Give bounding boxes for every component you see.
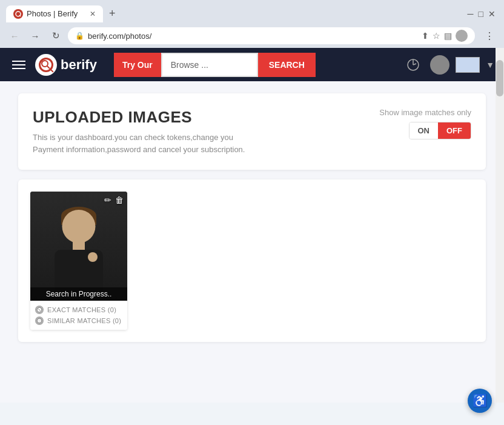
accessibility-icon: ♿ [472, 393, 488, 403]
search-area: Try Our SEARCH [114, 53, 316, 77]
person-image [30, 192, 127, 301]
share-icon[interactable]: ⬆ [422, 31, 429, 41]
person-head [62, 210, 96, 243]
similar-matches-row[interactable]: SIMILAR MATCHES (0) [35, 315, 122, 326]
logo-icon [35, 54, 57, 76]
svg-line-8 [38, 309, 41, 311]
content-area: UPLOADED IMAGES This is your dashboard.y… [0, 81, 504, 403]
scrollbar-track[interactable] [496, 48, 504, 403]
tab-favicon [13, 9, 23, 19]
tab-title: Photos | Berify [27, 9, 78, 18]
exact-match-icon [35, 306, 44, 314]
browse-input[interactable] [161, 53, 258, 77]
svg-line-3 [47, 65, 50, 69]
image-caption: Search in Progress.. [30, 287, 127, 301]
image-overlay-icons: ✏ 🗑 [104, 195, 124, 205]
lock-icon: 🔒 [75, 32, 84, 40]
nav-dashboard-icon[interactable] [402, 54, 424, 76]
image-grid-card: ✏ 🗑 Search in Progress.. [18, 179, 486, 342]
delete-icon[interactable]: 🗑 [115, 195, 124, 205]
toggle-on-btn[interactable]: ON [409, 122, 439, 139]
tab-close-btn[interactable]: ✕ [90, 10, 96, 18]
new-tab-btn[interactable]: + [103, 4, 122, 24]
sidebar-toggle-icon[interactable]: ▤ [444, 31, 452, 41]
bookmark-icon[interactable]: ☆ [433, 31, 440, 41]
similar-matches-label: SIMILAR MATCHES (0) [47, 317, 121, 324]
hamburger-menu[interactable] [10, 58, 28, 72]
page-title: UPLOADED IMAGES [33, 108, 263, 127]
nav-avatar[interactable] [430, 55, 449, 75]
window-minimize-btn[interactable]: ─ [468, 9, 474, 19]
address-bar[interactable]: 🔒 berify.com/photos/ ⬆ ☆ ▤ [68, 27, 475, 44]
toggle-container: Show image matches only ON OFF [379, 108, 471, 139]
person-hand [88, 252, 98, 262]
window-close-btn[interactable]: ✕ [488, 9, 496, 19]
exact-matches-row[interactable]: EXACT MATCHES (0) [35, 304, 122, 315]
profile-icon[interactable] [456, 30, 468, 42]
nav-color-swatch[interactable] [456, 57, 480, 73]
search-container: SEARCH [161, 53, 316, 77]
back-btn[interactable]: ← [6, 27, 23, 44]
exact-matches-label: EXACT MATCHES (0) [47, 306, 116, 313]
page-description: This is your dashboard.you can check tok… [33, 132, 263, 155]
window-restore-btn[interactable]: □ [479, 9, 483, 19]
top-navigation: berify Try Our SEARCH [0, 48, 504, 81]
forward-btn[interactable]: → [27, 27, 44, 44]
svg-point-9 [37, 318, 42, 323]
upload-card: UPLOADED IMAGES This is your dashboard.y… [18, 93, 486, 170]
toggle-off-btn[interactable]: OFF [438, 122, 471, 139]
reload-btn[interactable]: ↻ [47, 27, 64, 44]
image-thumbnail: ✏ 🗑 Search in Progress.. [30, 192, 127, 301]
toggle-label: Show image matches only [379, 108, 471, 117]
logo-text: berify [61, 57, 97, 73]
scrollbar-thumb[interactable] [496, 60, 503, 96]
search-button[interactable]: SEARCH [258, 53, 316, 77]
browser-tab[interactable]: Photos | Berify ✕ [6, 5, 103, 22]
extensions-btn[interactable]: ⋮ [481, 27, 498, 44]
logo[interactable]: berify [35, 54, 97, 76]
logo-inner [39, 58, 53, 72]
edit-icon[interactable]: ✏ [104, 195, 111, 205]
url-text: berify.com/photos/ [88, 32, 418, 41]
nav-dropdown-btn[interactable]: ▼ [486, 60, 494, 70]
image-item: ✏ 🗑 Search in Progress.. [30, 192, 127, 330]
toggle-switch: ON OFF [409, 122, 472, 139]
nav-right: ▼ [402, 54, 494, 76]
image-footer: EXACT MATCHES (0) SIMILAR MATCHES (0) [30, 301, 127, 330]
try-our-button[interactable]: Try Our [114, 53, 161, 77]
upload-card-header: UPLOADED IMAGES This is your dashboard.y… [33, 108, 471, 155]
similar-match-icon [35, 316, 44, 325]
